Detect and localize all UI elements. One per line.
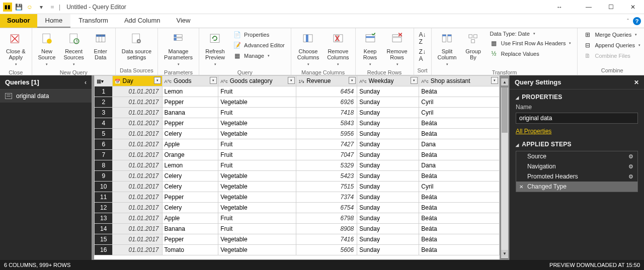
query-name-input[interactable] xyxy=(516,113,638,124)
cell-goods[interactable]: Banana xyxy=(162,108,218,118)
cell-goods[interactable]: Pepper xyxy=(162,97,218,108)
table-corner[interactable]: ▦▾ xyxy=(95,76,113,86)
merge-queries-button[interactable]: ⊞Merge Queries ▾ xyxy=(583,30,641,39)
cell-revenue[interactable]: 7374 xyxy=(296,192,357,203)
save-icon[interactable]: 💾 xyxy=(14,3,23,12)
table-row[interactable]: 1501.01.2017PepperVegetable7416SundayBeá… xyxy=(95,234,500,245)
col-shop-assistant[interactable]: AᴮcShop assistant▾ xyxy=(419,76,500,86)
cell-weekday[interactable]: Sunday xyxy=(357,192,419,203)
gear-icon[interactable]: ⚙ xyxy=(628,153,633,160)
cell-shop-assistant[interactable]: Dana xyxy=(419,139,500,150)
cell-goods-category[interactable]: Fruit xyxy=(218,108,296,118)
cell-goods-category[interactable]: Fruit xyxy=(218,213,296,224)
cell-weekday[interactable]: Sunday xyxy=(357,118,419,129)
replace-values-button[interactable]: ½Replace Values xyxy=(489,49,572,58)
scroll-down-icon[interactable]: ▼ xyxy=(501,250,508,257)
scroll-thumb[interactable] xyxy=(502,87,508,133)
cell-goods[interactable]: Celery xyxy=(162,203,218,213)
cell-revenue[interactable]: 5956 xyxy=(296,129,357,139)
cell-day[interactable]: 01.01.2017 xyxy=(113,118,162,129)
table-row[interactable]: 601.01.2017AppleFruit7427SundayDana xyxy=(95,139,500,150)
collapse-queries-icon[interactable]: ‹ xyxy=(85,79,87,86)
cell-goods[interactable]: Celery xyxy=(162,182,218,192)
collapse-ribbon-icon[interactable]: ˆ xyxy=(627,18,629,24)
filter-icon[interactable]: ▾ xyxy=(154,77,161,84)
table-row[interactable]: 901.01.2017CeleryVegetable5423SundayBeát… xyxy=(95,171,500,182)
recent-sources-button[interactable]: Recent Sources▾ xyxy=(60,29,87,68)
cell-weekday[interactable]: Sunday xyxy=(357,150,419,160)
cell-goods[interactable]: Tomato xyxy=(162,245,218,255)
cell-day[interactable]: 01.01.2017 xyxy=(113,245,162,255)
cell-revenue[interactable]: 6926 xyxy=(296,97,357,108)
cell-shop-assistant[interactable]: Beáta xyxy=(419,171,500,182)
cell-day[interactable]: 01.01.2017 xyxy=(113,192,162,203)
sort-asc-button[interactable]: A↓Z xyxy=(419,31,426,45)
remove-rows-button[interactable]: Remove Rows▾ xyxy=(384,29,411,68)
col-goods-category[interactable]: AᴮcGoods category▾ xyxy=(218,76,296,86)
cell-goods[interactable]: Apple xyxy=(162,139,218,150)
cell-revenue[interactable]: 8908 xyxy=(296,224,357,234)
cell-shop-assistant[interactable]: Beáta xyxy=(419,213,500,224)
cell-goods-category[interactable]: Fruit xyxy=(218,160,296,171)
table-row[interactable]: 1301.01.2017AppleFruit6798SundayBeáta xyxy=(95,213,500,224)
table-row[interactable]: 101.01.2017LemonFruit6454SundayBeáta xyxy=(95,86,500,97)
cell-goods-category[interactable]: Fruit xyxy=(218,224,296,234)
refresh-preview-button[interactable]: Refresh Preview▾ xyxy=(202,29,228,68)
table-row[interactable]: 401.01.2017PepperVegetable5843SundayBeát… xyxy=(95,118,500,129)
cell-goods[interactable]: Celery xyxy=(162,171,218,182)
cell-weekday[interactable]: Sunday xyxy=(357,171,419,182)
cell-goods[interactable]: Pepper xyxy=(162,118,218,129)
filter-icon[interactable]: ▾ xyxy=(210,77,217,84)
cell-weekday[interactable]: Sunday xyxy=(357,129,419,139)
filter-icon[interactable]: ▾ xyxy=(349,77,356,84)
query-item-original-data[interactable]: original data xyxy=(0,89,92,103)
cell-goods-category[interactable]: Vegetable xyxy=(218,97,296,108)
cell-weekday[interactable]: Sunday xyxy=(357,203,419,213)
close-apply-button[interactable]: Close & Apply▾ xyxy=(3,29,29,68)
cell-shop-assistant[interactable]: Beáta xyxy=(419,245,500,255)
remove-columns-button[interactable]: Remove Columns▾ xyxy=(324,29,352,68)
cell-goods[interactable]: Apple xyxy=(162,213,218,224)
cell-shop-assistant[interactable]: Cyril xyxy=(419,97,500,108)
split-column-button[interactable]: Split Column▾ xyxy=(435,29,460,68)
cell-goods[interactable]: Lemon xyxy=(162,86,218,97)
col-weekday[interactable]: AᴮcWeekday▾ xyxy=(357,76,419,86)
cell-shop-assistant[interactable]: Cyril xyxy=(419,108,500,118)
close-button[interactable]: ✕ xyxy=(622,0,644,14)
cell-shop-assistant[interactable]: Beáta xyxy=(419,234,500,245)
step-promoted-headers[interactable]: Promoted Headers⚙ xyxy=(516,171,637,182)
cell-revenue[interactable]: 7515 xyxy=(296,182,357,192)
table-row[interactable]: 1001.01.2017CeleryVegetable7515SundayCyr… xyxy=(95,182,500,192)
cell-revenue[interactable]: 6798 xyxy=(296,213,357,224)
cell-revenue[interactable]: 6754 xyxy=(296,203,357,213)
cell-goods[interactable]: Orange xyxy=(162,150,218,160)
cell-weekday[interactable]: Sunday xyxy=(357,245,419,255)
cell-goods-category[interactable]: Vegetable xyxy=(218,129,296,139)
tab-add-column[interactable]: Add Column xyxy=(116,14,169,28)
cell-goods[interactable]: Pepper xyxy=(162,192,218,203)
col-revenue[interactable]: 1²₃Revenue▾ xyxy=(296,76,357,86)
table-row[interactable]: 201.01.2017PepperVegetable6926SundayCyri… xyxy=(95,97,500,108)
cell-day[interactable]: 01.01.2017 xyxy=(113,182,162,192)
tab-home[interactable]: Home xyxy=(37,14,71,28)
cell-day[interactable]: 01.01.2017 xyxy=(113,139,162,150)
table-row[interactable]: 801.01.2017LemonFruit5329SundayDana xyxy=(95,160,500,171)
cell-revenue[interactable]: 6454 xyxy=(296,86,357,97)
cell-shop-assistant[interactable]: Beáta xyxy=(419,192,500,203)
cell-day[interactable]: 01.01.2017 xyxy=(113,108,162,118)
close-settings-icon[interactable]: ✕ xyxy=(634,79,639,86)
cell-day[interactable]: 01.01.2017 xyxy=(113,213,162,224)
maximize-button[interactable]: ☐ xyxy=(600,0,622,14)
cell-shop-assistant[interactable]: Beáta xyxy=(419,224,500,234)
filter-icon[interactable]: ▾ xyxy=(491,77,498,84)
tab-transform[interactable]: Transform xyxy=(70,14,116,28)
table-row[interactable]: 1101.01.2017PepperVegetable7374SundayBeá… xyxy=(95,192,500,203)
cell-revenue[interactable]: 7047 xyxy=(296,150,357,160)
cell-shop-assistant[interactable]: Beáta xyxy=(419,86,500,97)
cell-day[interactable]: 01.01.2017 xyxy=(113,129,162,139)
resize-handle-icon[interactable]: ↔ xyxy=(556,4,562,11)
cell-weekday[interactable]: Sunday xyxy=(357,108,419,118)
table-row[interactable]: 301.01.2017BananaFruit7418SundayCyril xyxy=(95,108,500,118)
cell-revenue[interactable]: 5329 xyxy=(296,160,357,171)
cell-shop-assistant[interactable]: Beáta xyxy=(419,150,500,160)
